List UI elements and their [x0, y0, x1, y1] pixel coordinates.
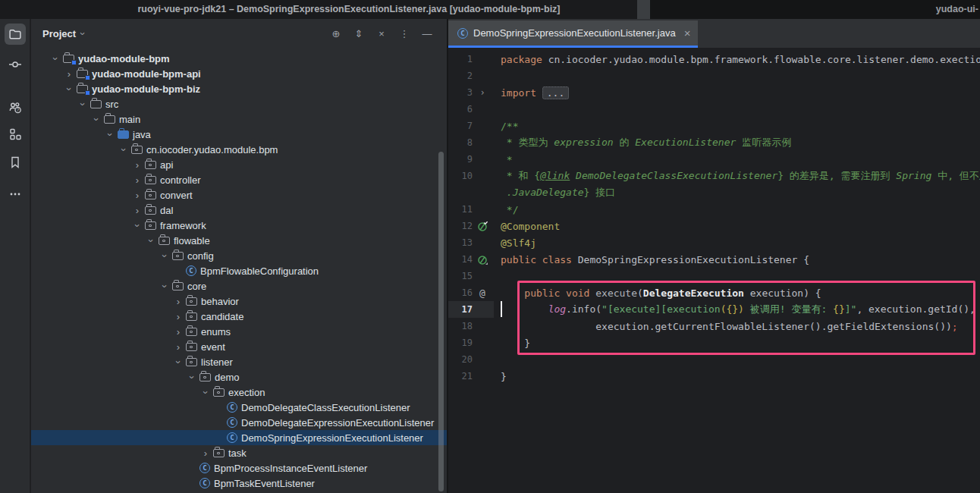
chevron-expanded-icon[interactable]: › [132, 218, 143, 233]
project-panel-title[interactable]: Project [42, 28, 76, 39]
code-line-6[interactable]: 6 [448, 101, 980, 118]
chevron-collapsed-icon[interactable]: › [130, 190, 145, 201]
tree-item-listener[interactable]: ›listener [31, 354, 447, 369]
tree-item-java[interactable]: ›java [31, 127, 447, 142]
chevron-expanded-icon[interactable]: › [173, 354, 184, 369]
gutter: 1 [448, 51, 494, 68]
chevron-expanded-icon[interactable]: › [187, 369, 198, 385]
more-tools-button[interactable] [5, 184, 26, 205]
chevron-expanded-icon[interactable]: › [146, 233, 157, 248]
tree-item-main[interactable]: ›main [31, 111, 447, 127]
code-line-1[interactable]: 1package cn.iocoder.yudao.module.bpm.fra… [448, 51, 980, 68]
structure-tool-button[interactable] [5, 124, 26, 145]
code-line-13[interactable]: 13@Slf4j [448, 234, 980, 251]
tree-item-candidate[interactable]: ›candidate [31, 309, 447, 324]
package-icon [186, 328, 197, 336]
tree-item-demo[interactable]: ›demo [31, 369, 447, 385]
code-line-10[interactable]: 10 * 和 {@link DemoDelegateClassExecution… [448, 168, 980, 184]
hide-panel-icon[interactable]: — [421, 28, 433, 39]
tree-item-yudao-module-bpm[interactable]: ›yudao-module-bpm [31, 51, 447, 66]
fold-region-icon[interactable]: › [473, 87, 492, 98]
bookmarks-tool-button[interactable] [5, 152, 26, 173]
tree-item-DemoDelegateClassExecutionListener[interactable]: CDemoDelegateClassExecutionListener [31, 400, 447, 415]
code-line-16[interactable]: 16@ public void execute(DelegateExecutio… [448, 284, 980, 301]
code-line-3[interactable]: 3›import ... [448, 84, 980, 101]
chevron-expanded-icon[interactable]: › [64, 81, 75, 96]
chevron-expanded-icon[interactable]: › [50, 51, 61, 66]
tree-item-BpmFlowableConfiguration[interactable]: CBpmFlowableConfiguration [31, 263, 447, 278]
code-line-21[interactable]: 21} [448, 368, 980, 385]
code-line-7[interactable]: 7/** [448, 118, 980, 134]
tree-scrollbar[interactable] [438, 152, 444, 491]
code-line-9[interactable]: 9 * [448, 151, 980, 168]
chevron-expanded-icon[interactable]: › [77, 96, 89, 111]
tree-item-core[interactable]: ›core [31, 278, 447, 294]
code-line-14[interactable]: 14public class DemoSpringExpressionExecu… [448, 251, 980, 268]
collapse-all-icon[interactable]: × [375, 28, 388, 39]
code-line-12[interactable]: 12@Component [448, 218, 980, 234]
chevron-collapsed-icon[interactable]: › [171, 341, 186, 353]
chevron-collapsed-icon[interactable]: › [130, 174, 145, 186]
annotation-gutter-icon[interactable]: @ [473, 287, 492, 299]
tree-item-config[interactable]: ›config [31, 248, 447, 263]
spring-bean-icon[interactable] [473, 254, 492, 265]
tree-item-event[interactable]: ›event [31, 339, 447, 354]
editor-tab-active[interactable]: C DemoSpringExpressionExecutionListener.… [448, 20, 698, 48]
tree-item-yudao-module-bpm-api[interactable]: ›yudao-module-bpm-api [31, 66, 447, 81]
chevron-expanded-icon[interactable]: › [159, 278, 171, 294]
chevron-expanded-icon[interactable]: › [118, 142, 130, 157]
spring-bean-checked-icon[interactable] [473, 221, 492, 232]
code-line-8[interactable]: 8 * 类型为 expression 的 ExecutionListener 监… [448, 134, 980, 151]
tree-item-enums[interactable]: ›enums [31, 324, 447, 339]
chevron-collapsed-icon[interactable]: › [171, 311, 186, 322]
code-line-19[interactable]: 19 } [448, 334, 980, 351]
code-line-17[interactable]: 17 log.info("[execute][execution({}) 被调用… [448, 301, 980, 318]
options-menu-icon[interactable]: ⋮ [398, 28, 410, 39]
code-line-18[interactable]: 18 execution.getCurrentFlowableListener(… [448, 318, 980, 334]
code-line-15[interactable]: 15 [448, 268, 980, 284]
folded-imports-region[interactable]: ... [542, 86, 569, 99]
tree-item-dal[interactable]: ›dal [31, 203, 447, 218]
chevron-down-icon[interactable]: › [77, 32, 89, 35]
tree-item-convert[interactable]: ›convert [31, 187, 447, 203]
tree-item-framework[interactable]: ›framework [31, 218, 447, 233]
tree-item-label: behavior [201, 296, 239, 307]
commit-tool-button[interactable] [5, 54, 26, 75]
tab-close-icon[interactable]: × [684, 27, 691, 39]
chevron-collapsed-icon[interactable]: › [61, 68, 77, 80]
tree-item-BpmProcessInstanceEventListener[interactable]: CBpmProcessInstanceEventListener [31, 460, 447, 476]
code-line-2[interactable]: 2 [448, 68, 980, 84]
tree-item-flowable[interactable]: ›flowable [31, 233, 447, 248]
bookmark-icon [8, 155, 22, 169]
tree-item-yudao-module-bpm-biz[interactable]: ›yudao-module-bpm-biz [31, 81, 447, 96]
chevron-collapsed-icon[interactable]: › [198, 447, 213, 459]
code-line-wrap[interactable]: .JavaDelegate} 接口 [448, 184, 980, 201]
tree-item-src[interactable]: ›src [31, 96, 447, 111]
chevron-expanded-icon[interactable]: › [159, 248, 171, 263]
chevron-expanded-icon[interactable]: › [105, 127, 116, 142]
chevron-collapsed-icon[interactable]: › [171, 296, 186, 307]
expand-selection-icon[interactable]: ⇕ [353, 28, 365, 39]
tree-item-task[interactable]: ›task [31, 445, 447, 460]
tree-item-behavior[interactable]: ›behavior [31, 294, 447, 309]
locate-opened-file-icon[interactable]: ⊕ [330, 28, 342, 39]
chevron-collapsed-icon[interactable]: › [130, 205, 145, 216]
project-tool-button[interactable] [5, 24, 26, 45]
tree-item-api[interactable]: ›api [31, 157, 447, 172]
chevron-expanded-icon[interactable]: › [91, 111, 102, 127]
chevron-collapsed-icon[interactable]: › [171, 326, 186, 338]
tree-item-label: core [187, 281, 206, 292]
chevron-expanded-icon[interactable]: › [200, 385, 212, 400]
code-line-20[interactable]: 20 [448, 351, 980, 368]
tree-item-cn.iocoder.yudao.module.bpm[interactable]: ›cn.iocoder.yudao.module.bpm [31, 142, 447, 157]
tree-item-DemoDelegateExpressionExecutionListener[interactable]: CDemoDelegateExpressionExecutionListener [31, 415, 447, 430]
code-editor[interactable]: 1package cn.iocoder.yudao.module.bpm.fra… [448, 48, 980, 493]
code-segment-doc: 监听器示例 [736, 137, 791, 148]
chevron-collapsed-icon[interactable]: › [130, 159, 145, 171]
tree-item-controller[interactable]: ›controller [31, 172, 447, 187]
pull-requests-tool-button[interactable]: ? [5, 97, 26, 118]
code-line-11[interactable]: 11 */ [448, 201, 980, 218]
tree-item-DemoSpringExpressionExecutionListener[interactable]: CDemoSpringExpressionExecutionListener [31, 430, 447, 445]
tree-item-exection[interactable]: ›exection [31, 385, 447, 400]
tree-item-BpmTaskEventListener[interactable]: CBpmTaskEventListener [31, 476, 447, 491]
